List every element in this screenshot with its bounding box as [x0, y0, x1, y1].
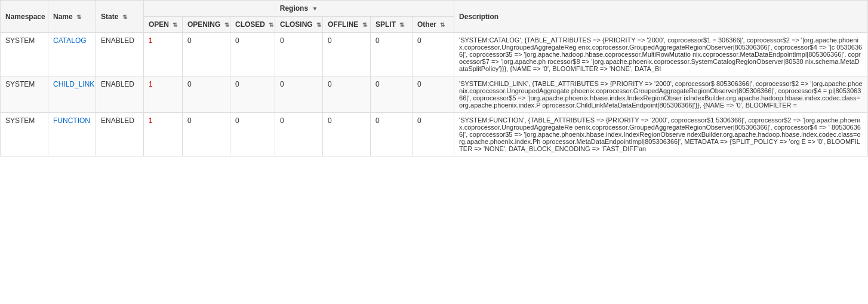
state-cell: ENABLED: [96, 113, 144, 156]
split-sort-icon[interactable]: ⇅: [399, 22, 404, 28]
other-cell: 0: [413, 33, 454, 76]
table-row: SYSTEM CATALOG ENABLED 1 0 0 0 0 0 0 'SY…: [1, 33, 868, 76]
offline-cell: 0: [323, 33, 371, 76]
description-cell: 'SYSTEM:CHILD_LINK', {TABLE_ATTRIBUTES =…: [454, 76, 868, 113]
open-cell: 1: [144, 76, 183, 113]
main-table-container: Namespace ⇅ Name ⇅ State ⇅ Regions ▼ Des…: [0, 0, 868, 156]
opening-cell: 0: [183, 113, 230, 156]
open-cell: 1: [144, 33, 183, 76]
other-cell: 0: [413, 76, 454, 113]
name-sort-icon[interactable]: ⇅: [76, 14, 81, 20]
description-header: Description: [454, 1, 868, 33]
hbase-tables-table: Namespace ⇅ Name ⇅ State ⇅ Regions ▼ Des…: [0, 0, 868, 156]
table-name-link[interactable]: FUNCTION: [53, 116, 90, 125]
open-header[interactable]: OPEN ⇅: [144, 17, 183, 33]
split-cell: 0: [371, 33, 413, 76]
state-cell: ENABLED: [96, 33, 144, 76]
state-sort-icon[interactable]: ⇅: [122, 14, 127, 20]
opening-header[interactable]: OPENING ⇅: [183, 17, 230, 33]
namespace-cell: SYSTEM: [1, 113, 48, 156]
other-cell: 0: [413, 113, 454, 156]
open-cell: 1: [144, 113, 183, 156]
opening-sort-icon[interactable]: ⇅: [224, 22, 229, 28]
name-cell[interactable]: CHILD_LINK: [48, 76, 96, 113]
description-cell: 'SYSTEM:CATALOG', {TABLE_ATTRIBUTES => {…: [454, 33, 868, 76]
table-name-link[interactable]: CATALOG: [53, 36, 87, 45]
name-cell[interactable]: FUNCTION: [48, 113, 96, 156]
closed-header[interactable]: CLOSED ⇅: [230, 17, 275, 33]
closed-cell: 0: [230, 76, 275, 113]
state-header[interactable]: State ⇅: [96, 1, 144, 33]
offline-header[interactable]: OFFLINE ⇅: [323, 17, 371, 33]
table-row: SYSTEM CHILD_LINK ENABLED 1 0 0 0 0 0 0 …: [1, 76, 868, 113]
name-header[interactable]: Name ⇅: [48, 1, 96, 33]
closing-cell: 0: [275, 33, 323, 76]
opening-cell: 0: [183, 33, 230, 76]
closed-cell: 0: [230, 33, 275, 76]
offline-cell: 0: [323, 113, 371, 156]
namespace-cell: SYSTEM: [1, 76, 48, 113]
opening-cell: 0: [183, 76, 230, 113]
state-cell: ENABLED: [96, 76, 144, 113]
other-sort-icon[interactable]: ⇅: [440, 22, 445, 28]
closing-sort-icon[interactable]: ⇅: [316, 22, 321, 28]
closed-sort-icon[interactable]: ⇅: [269, 22, 273, 28]
description-cell: 'SYSTEM:FUNCTION', {TABLE_ATTRIBUTES => …: [454, 113, 868, 156]
offline-sort-icon[interactable]: ⇅: [362, 22, 367, 28]
table-name-link[interactable]: CHILD_LINK: [53, 80, 94, 88]
offline-cell: 0: [323, 76, 371, 113]
split-cell: 0: [371, 76, 413, 113]
split-header[interactable]: SPLIT ⇅: [371, 17, 413, 33]
namespace-header[interactable]: Namespace ⇅: [1, 1, 48, 33]
closed-cell: 0: [230, 113, 275, 156]
other-header[interactable]: Other ⇅: [413, 17, 454, 33]
namespace-cell: SYSTEM: [1, 33, 48, 76]
table-row: SYSTEM FUNCTION ENABLED 1 0 0 0 0 0 0 'S…: [1, 113, 868, 156]
closing-header[interactable]: CLOSING ⇅: [275, 17, 323, 33]
split-cell: 0: [371, 113, 413, 156]
regions-sort-icon[interactable]: ▼: [312, 5, 318, 12]
closing-cell: 0: [275, 76, 323, 113]
closing-cell: 0: [275, 113, 323, 156]
regions-group-header: Regions ▼: [144, 1, 454, 17]
open-sort-icon[interactable]: ⇅: [173, 22, 177, 28]
name-cell[interactable]: CATALOG: [48, 33, 96, 76]
